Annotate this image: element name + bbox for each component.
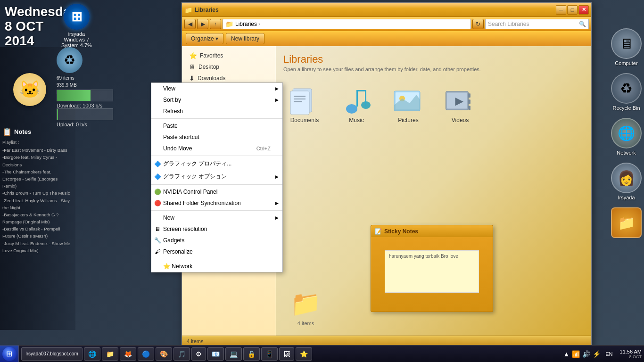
documents-library[interactable]: Documents	[288, 86, 321, 123]
desktop-item[interactable]: 🖥 Desktop	[182, 61, 276, 73]
maximize-button[interactable]: □	[567, 5, 578, 15]
taskbar-firefox[interactable]: 🦊	[120, 347, 136, 361]
sidebar-item-recycle[interactable]: ♻ Recycle Bin	[611, 73, 642, 111]
svg-rect-4	[294, 101, 302, 102]
ctx-screen-res[interactable]: 🖥 Screen resolution	[151, 223, 282, 235]
taskbar-folder[interactable]: 📁	[102, 347, 118, 361]
music-library[interactable]: Music	[340, 86, 373, 123]
taskbar-mail[interactable]: 📧	[207, 347, 224, 361]
taskbar-screen-icon: 💻	[230, 350, 238, 358]
ctx-graphics-options[interactable]: 🔷 グラフィック オプション	[151, 170, 282, 183]
taskbar-url[interactable]: Irsyada007.blogspot.com	[21, 347, 83, 361]
music-label: Music	[349, 117, 363, 123]
network-speed-widget: Download: 1003 b/s Upload: 0 b/s	[57, 90, 113, 127]
taskbar-lock-icon: 🔒	[248, 350, 256, 358]
recycle-avatar: ♻	[611, 73, 642, 104]
pictures-library[interactable]: Pictures	[392, 86, 425, 123]
sticky-notes-widget[interactable]: 📝 Sticky Notes harunyaem yang terbaik Br…	[371, 225, 493, 312]
taskbar-app1[interactable]: 🔵	[138, 347, 154, 361]
sidebar-item-computer[interactable]: 🖥 Computer	[611, 28, 642, 66]
favorites-item[interactable]: ⭐ Favorites	[182, 50, 276, 61]
sidebar-item-folder[interactable]: 📁	[611, 207, 642, 238]
taskbar-music[interactable]: 🎵	[173, 347, 190, 361]
taskbar-app1-icon: 🔵	[142, 350, 150, 358]
close-button[interactable]: ✕	[578, 5, 589, 15]
svg-point-5	[346, 104, 357, 114]
start-button[interactable]: ⊞	[0, 346, 19, 362]
window-titlebar: 📁 Libraries ─ □ ✕	[182, 3, 591, 17]
taskbar-lock[interactable]: 🔒	[243, 347, 260, 361]
documents-icon	[288, 86, 321, 115]
taskbar-screen[interactable]: 💻	[225, 347, 242, 361]
minimize-button[interactable]: ─	[556, 5, 566, 15]
taskbar-globe[interactable]: 🌐	[84, 347, 100, 361]
videos-icon	[444, 86, 477, 115]
ctx-network[interactable]: ⭐ Network	[151, 261, 282, 272]
libraries-header: Libraries Open a library to see your fil…	[283, 53, 584, 72]
ctx-gadgets[interactable]: 🔧 Gadgets	[151, 235, 282, 246]
ctx-personalize[interactable]: 🖌 Personalize	[151, 246, 282, 257]
taskbar-clock[interactable]: 11:56 AM 8 OCT	[620, 349, 644, 359]
ctx-refresh-label: Refresh	[163, 108, 183, 115]
ctx-shared-icon: 🔴	[154, 199, 161, 207]
videos-library[interactable]: Videos	[444, 86, 477, 123]
back-button[interactable]: ◀	[184, 19, 196, 29]
ctx-paste-shortcut-label: Paste shortcut	[163, 134, 199, 140]
ctx-paste-shortcut[interactable]: Paste shortcut	[151, 132, 282, 143]
tray-power-icon[interactable]: ⚡	[593, 350, 601, 358]
ctx-sep-3	[151, 184, 282, 185]
tray-up-arrow-icon[interactable]: ▲	[563, 350, 570, 358]
taskbar-star[interactable]: ⭐	[296, 347, 312, 361]
ctx-graphics-props[interactable]: 🔷 グラフィック プロパティ...	[151, 157, 282, 170]
favorites-icon: ⭐	[189, 52, 197, 59]
computer-avatar: 🖥	[611, 28, 642, 59]
system-username: irsyada	[61, 31, 92, 37]
new-library-button[interactable]: New library	[226, 33, 264, 44]
taskbar-music-icon: 🎵	[178, 350, 186, 358]
ctx-graphics-icon: 🔷	[154, 160, 161, 168]
sticky-notes-body: harunyaem yang terbaik Bro love	[371, 237, 493, 305]
ctx-graphics-props-label: グラフィック プロパティ...	[163, 160, 231, 168]
taskbar-tray: ▲ 📶 🔊 ⚡ EN	[558, 350, 619, 358]
sidebar-item-irsyada[interactable]: 👩 Irsyada	[611, 163, 642, 200]
sidebar-item-network[interactable]: 🌐 Network	[611, 118, 642, 156]
ctx-view[interactable]: View	[151, 83, 282, 94]
upload-speed: Upload: 0 b/s	[57, 122, 113, 127]
forward-button[interactable]: ▶	[197, 19, 208, 29]
playlist-item-3: -The Chainsmokers feat. Escorges - Selfi…	[2, 168, 71, 190]
ctx-sort-by[interactable]: Sort by	[151, 94, 282, 106]
sticky-note-paper[interactable]: harunyaem yang terbaik Bro love	[385, 250, 479, 293]
playlist-label: Playlist :	[2, 139, 71, 146]
taskbar-phone[interactable]: 📱	[261, 347, 278, 361]
ctx-undo-label: Undo Move	[163, 145, 192, 152]
tray-volume-icon[interactable]: 🔊	[582, 350, 590, 358]
playlist-item-4: -Chris Brown - Turn Up The Music	[2, 189, 71, 197]
up-button[interactable]: ↑	[210, 19, 221, 29]
address-bar[interactable]: 📁 Libraries ›	[223, 19, 471, 29]
status-items-count: 4 items	[187, 338, 203, 344]
ctx-new[interactable]: New	[151, 212, 282, 223]
ctx-shared-folder[interactable]: 🔴 Shared Folder Synchronization	[151, 197, 282, 209]
ctx-nvidia[interactable]: 🟢 NVIDIA Control Panel	[151, 186, 282, 197]
refresh-button[interactable]: ↻	[472, 19, 484, 29]
ctx-screen-label: Screen resolution	[163, 226, 207, 232]
taskbar-image[interactable]: 🖼	[279, 347, 294, 361]
tray-network-icon[interactable]: 📶	[572, 350, 580, 358]
search-bar[interactable]: Search Libraries 🔍	[485, 19, 589, 29]
start-orb: ⊞	[2, 347, 17, 361]
taskbar-phone-icon: 📱	[265, 350, 273, 358]
ctx-undo-move[interactable]: Undo Move Ctrl+Z	[151, 143, 282, 154]
toolbar: Organize ▾ New library	[182, 31, 591, 46]
playlist-item-5: -Zedd feat. Hayley Williams - Stay the N…	[2, 197, 71, 211]
ctx-paste[interactable]: Paste	[151, 120, 282, 132]
ctx-nvidia-label: NVIDIA Control Panel	[163, 189, 217, 195]
sticky-notes-title: Sticky Notes	[384, 228, 418, 235]
ctx-refresh[interactable]: Refresh	[151, 106, 282, 117]
ctx-gadgets-label: Gadgets	[163, 237, 184, 244]
bottom-folder[interactable]: 📁 4 items	[290, 289, 321, 326]
breadcrumb-libraries: Libraries	[235, 21, 257, 27]
taskbar-gear[interactable]: ⚙	[191, 347, 206, 361]
organize-button[interactable]: Organize ▾	[186, 33, 223, 44]
taskbar-ps[interactable]: 🎨	[156, 347, 172, 361]
svg-rect-8	[357, 90, 366, 91]
